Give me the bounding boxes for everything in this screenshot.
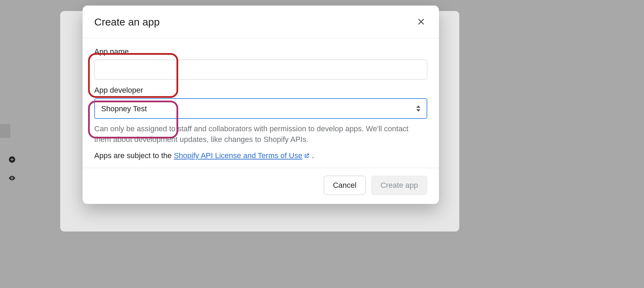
modal-header: Create an app bbox=[83, 6, 439, 38]
app-developer-select[interactable]: Shopney Test bbox=[94, 98, 427, 119]
app-name-input[interactable] bbox=[94, 60, 427, 80]
terms-suffix: . bbox=[312, 151, 314, 160]
terms-prefix: Apps are subject to the bbox=[94, 151, 174, 160]
terms-link-text: Shopify API License and Terms of Use bbox=[174, 151, 302, 160]
close-button[interactable] bbox=[415, 16, 427, 28]
sidebar-selection-strip bbox=[0, 124, 10, 138]
modal-body: App name App developer Shopney Test Can … bbox=[83, 38, 439, 168]
add-circle-icon[interactable] bbox=[8, 156, 16, 165]
external-link-icon bbox=[304, 152, 310, 161]
sidebar-icons bbox=[8, 156, 16, 183]
modal-footer: Cancel Create app bbox=[83, 168, 439, 204]
cancel-button[interactable]: Cancel bbox=[324, 176, 366, 195]
app-developer-select-wrap: Shopney Test bbox=[94, 98, 427, 119]
create-app-button[interactable]: Create app bbox=[371, 176, 427, 195]
terms-text: Apps are subject to the Shopify API Lice… bbox=[94, 151, 427, 161]
developer-helper-text: Can only be assigned to staff and collab… bbox=[94, 124, 427, 145]
create-app-modal: Create an app App name App developer Sho… bbox=[83, 6, 439, 204]
app-name-field: App name bbox=[94, 47, 427, 80]
terms-link[interactable]: Shopify API License and Terms of Use bbox=[174, 151, 310, 160]
app-name-label: App name bbox=[94, 47, 427, 56]
app-developer-field: App developer Shopney Test Can only be a… bbox=[94, 86, 427, 145]
app-developer-label: App developer bbox=[94, 86, 427, 95]
close-icon bbox=[417, 17, 426, 27]
eye-icon[interactable] bbox=[8, 174, 16, 183]
modal-title: Create an app bbox=[94, 16, 160, 28]
